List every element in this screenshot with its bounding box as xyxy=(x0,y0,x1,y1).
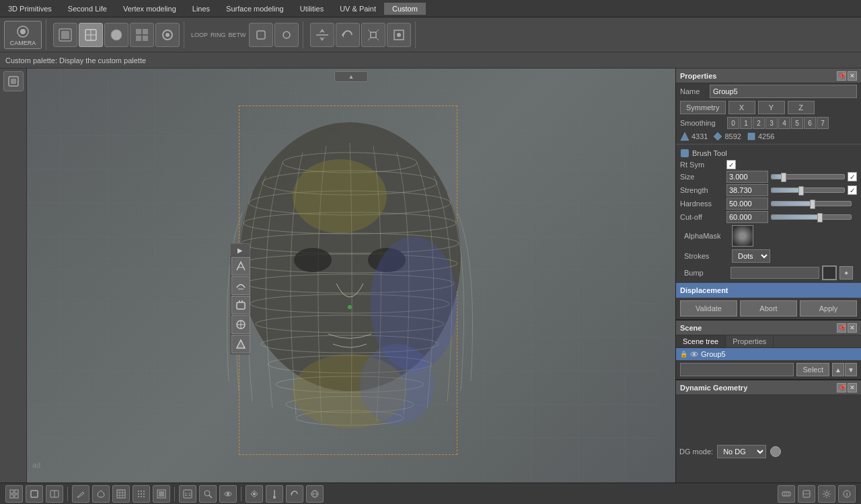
bottom-rotate-btn[interactable] xyxy=(286,485,303,503)
strength-slider-thumb[interactable] xyxy=(798,186,804,196)
bottom-right-2[interactable] xyxy=(798,485,815,503)
symmetry-button[interactable]: Symmetry xyxy=(680,101,726,114)
size-input[interactable] xyxy=(726,171,768,183)
strength-slider[interactable] xyxy=(771,187,845,193)
bottom-visibility-btn[interactable] xyxy=(219,485,237,503)
menu-surface-modeling[interactable]: Surface modeling xyxy=(218,3,292,15)
brush-tool-4[interactable] xyxy=(231,315,250,334)
scene-search-input[interactable] xyxy=(680,363,794,376)
brush-tool-3[interactable] xyxy=(231,296,250,314)
select-circle-btn[interactable] xyxy=(274,23,299,47)
view-wireframe-btn[interactable] xyxy=(79,23,103,47)
smooth-7[interactable]: 7 xyxy=(817,117,829,129)
hardness-slider[interactable] xyxy=(771,201,852,206)
sym-z-btn[interactable]: Z xyxy=(788,101,815,114)
bottom-pin-btn[interactable] xyxy=(266,485,283,503)
brush-tool-2[interactable] xyxy=(231,276,250,295)
cutoff-slider[interactable] xyxy=(771,214,852,220)
smooth-1[interactable]: 1 xyxy=(740,117,752,129)
validate-button[interactable]: Validate xyxy=(680,300,737,317)
menu-second-life[interactable]: Second Life xyxy=(60,3,115,15)
bottom-zoom-fit-btn[interactable] xyxy=(199,485,217,503)
select-mode-btn[interactable] xyxy=(249,23,273,47)
bottom-right-1[interactable] xyxy=(778,485,795,503)
bottom-rainbow-btn[interactable] xyxy=(153,485,170,503)
camera-button[interactable]: CAMERA xyxy=(4,21,42,49)
sym-y-btn[interactable]: Y xyxy=(758,101,785,114)
properties-pin-btn[interactable]: 📌 xyxy=(837,71,846,81)
size-slider-thumb[interactable] xyxy=(781,173,786,182)
strength-lock[interactable]: ✓ xyxy=(848,185,857,195)
view-perspective-btn[interactable] xyxy=(53,23,77,47)
smooth-4[interactable]: 4 xyxy=(778,117,790,129)
bottom-split-btn[interactable] xyxy=(46,485,63,503)
bottom-transform-btn[interactable] xyxy=(246,485,263,503)
menu-vertex-modeling[interactable]: Vertex modeling xyxy=(115,3,184,15)
size-slider[interactable] xyxy=(771,174,845,179)
float-panel-arrow[interactable]: ▶ xyxy=(231,244,250,256)
color-picker-btn[interactable]: ✦ xyxy=(839,266,853,280)
rotate-btn[interactable] xyxy=(336,23,360,47)
cutoff-slider-thumb[interactable] xyxy=(817,213,823,222)
bottom-grid2-btn[interactable] xyxy=(112,485,130,503)
bottom-zoom-reset-btn[interactable]: 1:1 xyxy=(179,485,196,503)
bottom-lasso-btn[interactable] xyxy=(92,485,110,503)
abort-button[interactable]: Abort xyxy=(740,300,797,317)
strokes-select[interactable]: Dots Lines xyxy=(732,249,770,263)
scene-up-btn[interactable]: ▲ xyxy=(832,363,844,376)
left-tool-1[interactable] xyxy=(3,71,24,91)
bottom-dotgrid-btn[interactable] xyxy=(133,485,150,503)
properties-title: Properties xyxy=(680,72,716,80)
smooth-5[interactable]: 5 xyxy=(791,117,803,129)
smooth-2[interactable]: 2 xyxy=(753,117,765,129)
dg-mode-select[interactable]: No DG Dynamic xyxy=(717,445,766,458)
dg-close-btn[interactable]: ✕ xyxy=(848,383,857,392)
brush-tool-1[interactable] xyxy=(231,257,250,276)
menu-custom[interactable]: Custom xyxy=(384,3,426,15)
name-input[interactable] xyxy=(710,85,857,98)
menu-3d-primitives[interactable]: 3D Primitives xyxy=(0,3,60,15)
scene-select-btn[interactable]: Select xyxy=(796,363,829,376)
dg-pin-btn[interactable]: 📌 xyxy=(837,383,846,392)
menu-lines[interactable]: Lines xyxy=(184,3,218,15)
bottom-globe-btn[interactable] xyxy=(306,485,324,503)
dg-title-buttons: 📌 ✕ xyxy=(837,383,857,392)
smooth-0[interactable]: 0 xyxy=(727,117,739,129)
hardness-slider-thumb[interactable] xyxy=(810,200,815,209)
color-preview[interactable] xyxy=(822,265,837,280)
smooth-6[interactable]: 6 xyxy=(804,117,816,129)
scene-close-btn[interactable]: ✕ xyxy=(848,323,857,333)
hardness-input[interactable] xyxy=(726,198,768,210)
tab-scene-tree[interactable]: Scene tree xyxy=(676,335,726,347)
scale-btn[interactable] xyxy=(361,23,385,47)
move-btn[interactable] xyxy=(310,23,334,47)
sym-x-btn[interactable]: X xyxy=(728,101,755,114)
tab-scene-properties[interactable]: Properties xyxy=(726,335,774,347)
menu-utilities[interactable]: Utilities xyxy=(292,3,332,15)
scene-down-btn[interactable]: ▼ xyxy=(845,363,857,376)
scene-pin-btn[interactable]: 📌 xyxy=(837,323,846,333)
smooth-3[interactable]: 3 xyxy=(765,117,778,129)
viewport-handle[interactable]: ▲ xyxy=(334,71,368,82)
displacement-row[interactable]: Displacement xyxy=(676,283,861,298)
view-4panel-btn[interactable] xyxy=(130,23,154,47)
bottom-settings-btn[interactable] xyxy=(818,485,835,503)
rt-sym-checkbox[interactable]: ✓ xyxy=(726,160,736,169)
apply-button[interactable]: Apply xyxy=(800,300,857,317)
properties-close-btn[interactable]: ✕ xyxy=(848,71,857,81)
bottom-edit-btn[interactable] xyxy=(72,485,89,503)
view-extra-btn[interactable] xyxy=(155,23,180,47)
strength-input[interactable] xyxy=(726,184,768,196)
view-solid-btn[interactable] xyxy=(104,23,128,47)
transform-btn[interactable] xyxy=(387,23,411,47)
menu-uv-paint[interactable]: UV & Paint xyxy=(332,3,384,15)
bottom-info-btn[interactable]: i xyxy=(838,485,856,503)
size-lock[interactable]: ✓ xyxy=(848,172,857,181)
bottom-fullscreen-btn[interactable] xyxy=(26,485,43,503)
scene-group5-item[interactable]: 🔒 Group5 xyxy=(676,348,861,360)
alphamask-preview[interactable] xyxy=(732,225,753,247)
cutoff-input[interactable] xyxy=(726,211,768,223)
brush-tool-5[interactable] xyxy=(231,335,250,353)
bottom-grid-btn[interactable] xyxy=(5,485,23,503)
viewport[interactable]: ▶ xyxy=(27,69,675,482)
